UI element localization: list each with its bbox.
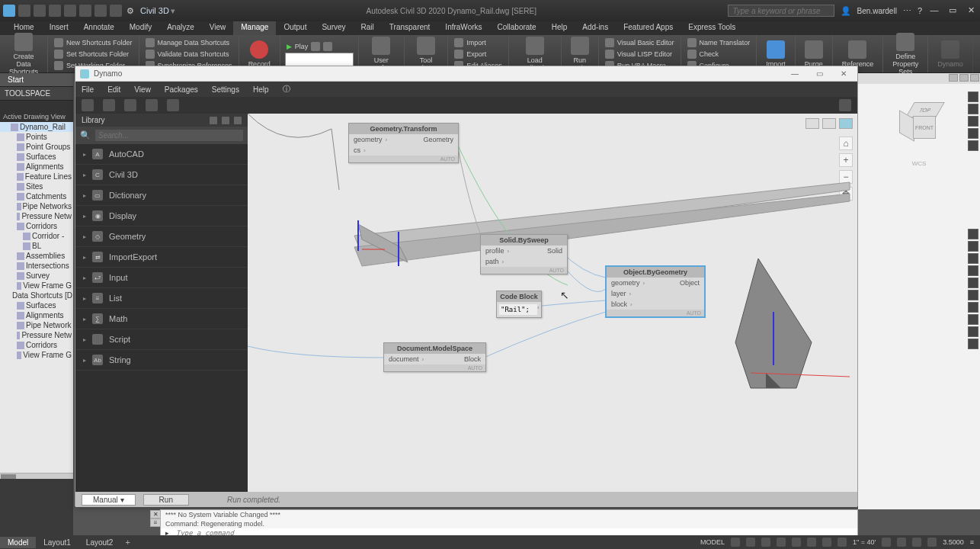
tree-item[interactable]: Points (0, 132, 73, 142)
dynamo-save-icon[interactable] (124, 99, 136, 111)
ortho-icon[interactable] (761, 538, 770, 547)
active-drawing-view-label[interactable]: Active Drawing View (0, 111, 73, 122)
tree-item[interactable]: Alignments (0, 310, 73, 320)
tool-i-icon[interactable] (968, 326, 978, 337)
graph-view-icon[interactable] (822, 118, 836, 129)
restore-icon[interactable]: ▭ (946, 5, 959, 16)
ribbon-tab-manage[interactable]: Manage (233, 21, 276, 35)
dynamo-close-icon[interactable]: ✕ (834, 69, 853, 78)
tree-item[interactable]: Surfaces (0, 152, 73, 162)
vp-close-icon[interactable] (970, 74, 979, 82)
port-in-path[interactable]: path› (481, 256, 514, 267)
port-in-profile[interactable]: profile› (481, 246, 514, 256)
tree-item[interactable]: Feature Lines (0, 172, 73, 181)
dynamo-menu-packages[interactable]: Packages (165, 85, 198, 94)
tree-item[interactable]: Assemblies (0, 251, 73, 261)
otrack-icon[interactable] (807, 538, 816, 547)
cmd-close-icon[interactable]: ✕ (150, 510, 161, 518)
lib-list-icon[interactable] (234, 117, 242, 124)
workspace-label[interactable]: Civil 3D (140, 6, 169, 15)
new-icon[interactable] (18, 5, 30, 17)
macro-combo[interactable] (285, 53, 354, 66)
tool-j-icon[interactable] (968, 339, 978, 349)
ribbon-tab-annotate[interactable]: Annotate (76, 21, 122, 35)
tree-item[interactable]: Sites (0, 181, 73, 191)
ribbon-tab-express-tools[interactable]: Express Tools (681, 21, 743, 35)
snap-icon[interactable] (746, 538, 755, 547)
dynamo-menu-edit[interactable]: Edit (107, 85, 120, 94)
annomon-icon[interactable] (912, 538, 921, 547)
ribbon-tab-help[interactable]: Help (544, 21, 575, 35)
ribbon-tab-survey[interactable]: Survey (314, 21, 353, 35)
library-search-input[interactable] (95, 130, 243, 141)
ribbon-tab-view[interactable]: View (202, 21, 234, 35)
ribbon-tab-collaborate[interactable]: Collaborate (490, 21, 544, 35)
vp-min-icon[interactable] (949, 74, 958, 82)
import-cui-button[interactable]: Import (453, 37, 504, 48)
ribbon-tab-output[interactable]: Output (276, 21, 314, 35)
wcs-label[interactable]: WCS (858, 160, 980, 167)
dynamo-menu-file[interactable]: File (82, 85, 94, 94)
ribbon-tab-add-ins[interactable]: Add-ins (575, 21, 616, 35)
pan-icon[interactable]: ✥ (839, 187, 853, 201)
nav-zoom-icon[interactable] (968, 116, 978, 127)
new-shortcuts-folder-button[interactable]: New Shortcuts Folder (53, 37, 134, 48)
viewcube-top[interactable]: TOP (905, 102, 945, 117)
define-property-sets-button[interactable]: Define Property Sets (888, 31, 923, 77)
lib-category-dictionary[interactable]: ▸▭Dictionary (75, 185, 248, 206)
tool-b-icon[interactable] (968, 241, 978, 252)
layout-tab-model[interactable]: Model (0, 537, 36, 548)
tree-item[interactable]: Pipe Networks (0, 201, 73, 211)
save-icon[interactable] (49, 5, 61, 17)
prospector-tree[interactable]: Dynamo_RailPointsPoint GroupsSurfacesAli… (0, 122, 73, 473)
undo-icon[interactable] (94, 5, 107, 17)
port-out-object[interactable]: Object (675, 278, 704, 288)
ribbon-tab-featured-apps[interactable]: Featured Apps (616, 21, 681, 35)
tree-item[interactable]: Pipe Network (0, 320, 73, 330)
tree-item[interactable]: Point Groups (0, 142, 73, 152)
node-solid-bysweep[interactable]: Solid.BySweep profile› path› Solid AUTO (480, 234, 568, 274)
lib-category-script[interactable]: ▸Script (75, 329, 248, 350)
gear-icon[interactable]: ⚙ (127, 6, 134, 16)
lib-category-civil3d[interactable]: ▸CCivil 3D (75, 165, 248, 185)
redo-icon[interactable] (110, 5, 122, 17)
reference-button[interactable]: Reference (837, 39, 879, 69)
record-button[interactable]: Record (244, 39, 275, 69)
saveas-icon[interactable] (64, 5, 76, 17)
user-label[interactable]: Ben.wardell (857, 7, 897, 15)
tree-item[interactable]: Alignments (0, 162, 73, 172)
dynamo-titlebar[interactable]: Dynamo — ▭ ✕ (75, 66, 857, 82)
set-shortcuts-folder-button[interactable]: Set Shortcuts Folder (53, 49, 134, 59)
port-in-document[interactable]: document› (384, 354, 428, 364)
run-mode-combo[interactable]: Manual ▾ (82, 494, 136, 506)
vp-max-icon[interactable] (959, 74, 969, 82)
scale-value[interactable]: 3.5000 (943, 538, 964, 546)
dynamo-new-icon[interactable] (82, 99, 94, 111)
port-out-geometry[interactable]: Geometry (418, 134, 458, 145)
ribbon-tab-transparent[interactable]: Transparent (382, 21, 438, 35)
exchange-icon[interactable]: ⋯ (903, 6, 911, 16)
import-styles-button[interactable]: Import (761, 39, 790, 69)
tree-item[interactable]: Survey (0, 271, 73, 281)
customize-icon[interactable]: ≡ (970, 538, 974, 546)
tool-g-icon[interactable] (968, 302, 978, 313)
transparency-icon[interactable] (837, 538, 847, 547)
tree-item[interactable]: Corridors (0, 221, 73, 231)
lib-category-string[interactable]: ▸AbString (75, 350, 248, 371)
name-translator-button[interactable]: Name Translator (686, 37, 752, 48)
lwt-icon[interactable] (822, 538, 831, 547)
layout-tab-layout1[interactable]: Layout1 (36, 537, 78, 548)
port-out-block[interactable]: Block (460, 354, 485, 364)
fit-icon[interactable]: ⌂ (839, 136, 853, 150)
tool-a-icon[interactable] (968, 229, 978, 239)
lib-category-display[interactable]: ▸◉Display (75, 206, 248, 226)
create-data-shortcuts-button[interactable]: Create Data Shortcuts (5, 31, 43, 77)
add-layout-icon[interactable]: + (120, 536, 134, 548)
signin-icon[interactable]: 👤 (841, 6, 851, 16)
tree-item[interactable]: Data Shortcuts [D (0, 291, 73, 300)
play-button[interactable]: ▶Play (285, 41, 354, 52)
cmd-opts-icon[interactable]: ≡ (150, 518, 161, 527)
dynamo-camera-icon[interactable] (839, 99, 851, 111)
lib-view-icon[interactable] (210, 117, 217, 124)
search-input[interactable] (728, 5, 834, 17)
